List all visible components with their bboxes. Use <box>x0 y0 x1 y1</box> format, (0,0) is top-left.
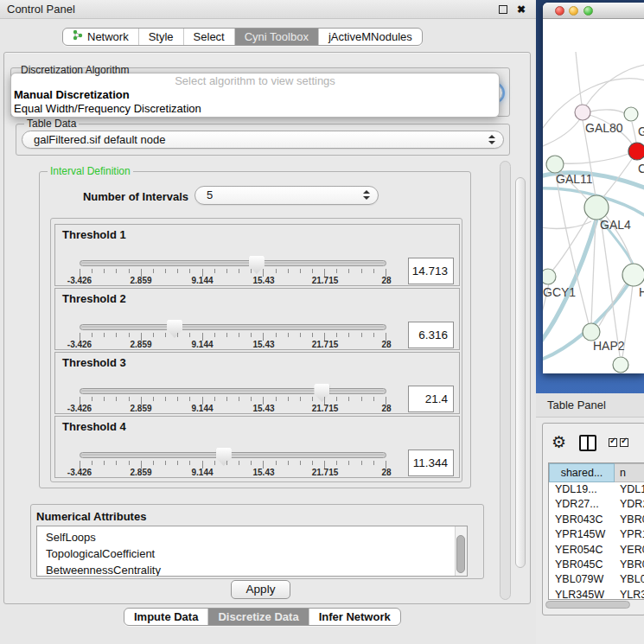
network-edge[interactable] <box>543 221 591 228</box>
tab-cyni-toolbox[interactable]: Cyni Toolbox <box>234 29 318 45</box>
tick-mark <box>189 269 190 273</box>
checked-checkbox-icon[interactable]: ✓ <box>609 438 617 447</box>
inner-scrollbar-track[interactable] <box>500 161 511 600</box>
table-row[interactable]: YBR043CYBR0 <box>549 513 644 527</box>
tick-mark <box>373 461 374 465</box>
slider-track[interactable] <box>80 324 386 330</box>
panel-scrollbar-thumb[interactable] <box>515 177 526 568</box>
apply-button[interactable]: Apply <box>231 580 290 599</box>
table-row[interactable]: YDL19...YDL1 <box>549 482 644 497</box>
table-row[interactable]: YBL079WYBL0 <box>549 572 644 587</box>
slider-track[interactable] <box>80 260 386 266</box>
number-of-intervals-combobox[interactable]: 5 <box>194 186 379 205</box>
network-edge[interactable] <box>590 110 624 113</box>
network-node[interactable] <box>622 264 644 286</box>
threshold-slider[interactable]: -3.4262.8599.14415.4321.71528 <box>80 448 386 477</box>
number-of-intervals-value: 5 <box>207 188 213 201</box>
table-row[interactable]: YBR045CYBR0 <box>549 558 644 572</box>
table-row[interactable]: YER054CYER0 <box>549 543 644 558</box>
network-node[interactable] <box>584 195 609 220</box>
tick-mark <box>129 333 130 337</box>
gear-icon[interactable]: ⚙ <box>552 432 566 453</box>
threshold-slider[interactable]: -3.4262.8599.14415.4321.71528 <box>80 256 386 285</box>
tab-network[interactable]: Network <box>63 29 138 45</box>
network-edge[interactable] <box>632 122 636 143</box>
network-node[interactable] <box>546 156 564 173</box>
threshold-slider[interactable]: -3.4262.8599.14415.4321.71528 <box>80 320 386 349</box>
network-window-titlebar[interactable] <box>543 3 644 19</box>
attribute-item[interactable]: SelfLoops <box>37 529 467 545</box>
network-canvas[interactable]: GAL80GACGAL11GAL4GCY1HHAP2 <box>543 19 644 373</box>
table-row[interactable]: YDR27...YDR2 <box>549 497 644 512</box>
threshold-panel: Threshold 1 -3.4262.8599.14415.4321.7152… <box>54 224 460 286</box>
checked-checkbox-icon[interactable]: ✓ <box>620 438 628 447</box>
node-table: shared...n YDL19...YDL1YDR27...YDR2YBR04… <box>548 462 644 600</box>
tab-impute-data[interactable]: Impute Data <box>124 609 207 625</box>
tick-mark <box>214 269 215 273</box>
close-icon[interactable]: ✖ <box>517 3 526 16</box>
tick-label: 15.43 <box>252 276 274 285</box>
split-columns-icon[interactable] <box>579 435 596 451</box>
network-node[interactable] <box>575 105 590 120</box>
table-data-value: galFiltered.sif default node <box>34 133 165 146</box>
zoom-traffic-light-icon[interactable] <box>583 6 593 16</box>
threshold-value-field[interactable]: 21.4 <box>408 386 454 412</box>
column-header[interactable]: n <box>615 463 644 482</box>
minimize-traffic-light-icon[interactable] <box>569 6 578 16</box>
tab-infer-network[interactable]: Infer Network <box>309 609 400 625</box>
attributes-listbox[interactable]: SelfLoopsTopologicalCoefficientBetweenne… <box>36 526 468 577</box>
tab-style[interactable]: Style <box>138 29 183 45</box>
network-node[interactable] <box>624 107 638 121</box>
tick-mark <box>177 461 178 465</box>
tick-mark <box>104 461 105 465</box>
network-edge[interactable] <box>586 64 644 105</box>
table-row[interactable]: YLR345WYLR3 <box>549 588 644 600</box>
table-cell: YPR1 <box>615 527 644 542</box>
network-node[interactable] <box>543 269 556 284</box>
tab-select[interactable]: Select <box>183 29 234 45</box>
threshold-label: Threshold 2 <box>62 292 126 305</box>
table-horizontal-scrollbar[interactable] <box>545 601 630 609</box>
tick-mark <box>239 333 239 337</box>
tab-discretize-data[interactable]: Discretize Data <box>207 609 308 625</box>
network-node[interactable] <box>613 357 628 373</box>
slider-track[interactable] <box>80 452 386 458</box>
network-edge[interactable] <box>576 52 582 105</box>
tab-jactivemnodules[interactable]: jActiveMNodules <box>318 29 422 45</box>
list-scrollbar-thumb[interactable] <box>456 535 465 573</box>
network-window: GAL80GACGAL11GAL4GCY1HHAP2 <box>543 3 644 373</box>
table-panel-title: Table Panel <box>547 399 606 411</box>
tick-mark <box>348 461 349 465</box>
node-label: GCY1 <box>543 285 576 299</box>
list-scrollbar-track[interactable] <box>455 526 467 576</box>
tick-mark <box>288 333 289 337</box>
tick-mark <box>300 461 301 465</box>
slider-track[interactable] <box>80 388 386 394</box>
attribute-item[interactable]: TopologicalCoefficient <box>37 545 467 562</box>
float-window-icon[interactable] <box>499 5 507 14</box>
table-row[interactable]: YPR145WYPR1 <box>549 527 644 542</box>
attribute-item[interactable]: BetweennessCentrality <box>37 562 467 577</box>
network-edge[interactable] <box>564 154 628 163</box>
network-node[interactable] <box>583 323 600 341</box>
network-edge[interactable] <box>599 282 627 326</box>
column-header[interactable]: shared... <box>549 463 615 482</box>
table-cell: YPR145W <box>549 527 615 542</box>
threshold-value-field[interactable]: 11.344 <box>408 450 454 476</box>
table-data-combobox[interactable]: galFiltered.sif default node <box>22 131 504 149</box>
threshold-value-field[interactable]: 14.713 <box>408 258 454 284</box>
threshold-slider[interactable]: -3.4262.8599.14415.4321.71528 <box>80 384 386 413</box>
threshold-panel: Threshold 4 -3.4262.8599.14415.4321.7152… <box>54 416 460 478</box>
network-node[interactable] <box>628 143 644 160</box>
close-traffic-light-icon[interactable] <box>555 6 564 16</box>
algorithm-option[interactable]: Equal Width/Frequency Discretization <box>11 102 499 116</box>
tick-mark <box>373 269 374 273</box>
bottom-tab-bar: Impute DataDiscretize DataInfer Network <box>124 608 401 626</box>
network-edge[interactable] <box>543 118 581 149</box>
tick-mark <box>361 461 362 465</box>
network-view[interactable]: GAL80GACGAL11GAL4GCY1HHAP2 <box>543 19 644 373</box>
algorithm-option[interactable]: Manual Discretization <box>11 88 499 102</box>
interval-definition-group-label: Interval Definition <box>48 165 133 178</box>
tick-mark <box>300 269 301 273</box>
threshold-value-field[interactable]: 6.316 <box>408 322 454 348</box>
